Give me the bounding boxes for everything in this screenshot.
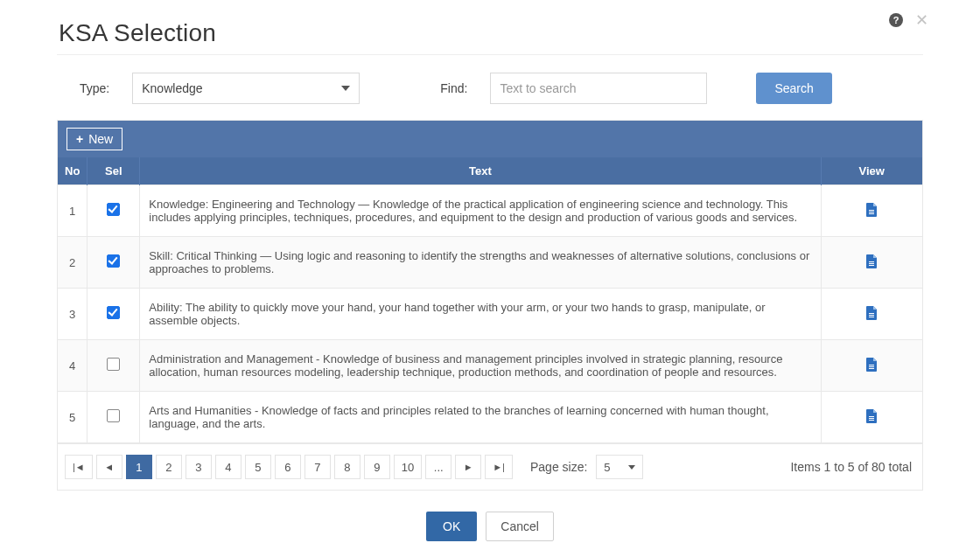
table-row: 5Arts and Humanities - Knowledge of fact… [58, 392, 922, 443]
type-select[interactable]: Knowledge [132, 73, 360, 104]
cell-text: Ability: The ability to quickly move you… [140, 289, 821, 340]
pager-page-2[interactable]: 2 [156, 455, 182, 479]
cancel-button-label: Cancel [500, 519, 539, 533]
cell-sel [88, 340, 140, 392]
pager-page-9[interactable]: 9 [364, 455, 390, 479]
cell-text: Arts and Humanities - Knowledge of facts… [140, 392, 821, 443]
page-size: Page size: 5 [530, 455, 643, 479]
pager-page-5[interactable]: 5 [245, 455, 271, 479]
cell-no: 4 [58, 340, 88, 392]
table-row: 1Knowledge: Engineering and Technology —… [58, 185, 922, 237]
cell-view [821, 237, 922, 289]
find-label: Find: [440, 81, 467, 95]
pager-page-7[interactable]: 7 [304, 455, 331, 479]
table-row: 4Administration and Management - Knowled… [58, 340, 922, 392]
chevron-down-icon [628, 465, 635, 470]
search-button-label: Search [774, 81, 813, 95]
pager-page-10[interactable]: 10 [394, 455, 422, 479]
select-checkbox[interactable] [107, 358, 120, 371]
cell-sel [88, 289, 140, 340]
grid: + New No Sel Text View 1Knowledge: Engin… [57, 120, 923, 491]
cell-text: Knowledge: Engineering and Technology — … [140, 185, 821, 237]
col-text[interactable]: Text [140, 157, 821, 185]
pager-page-8[interactable]: 8 [334, 455, 360, 479]
cell-view [821, 340, 922, 392]
pager-last[interactable]: ►| [485, 455, 513, 479]
pagination-summary: Items 1 to 5 of 80 total [790, 460, 915, 474]
page-title: KSA Selection [59, 19, 923, 47]
ksa-selection-dialog: ? ✕ KSA Selection Type: Knowledge Find: … [57, 19, 923, 541]
cell-sel [88, 185, 140, 237]
document-icon[interactable] [865, 409, 878, 423]
table-row: 2Skill: Critical Thinking — Using logic … [58, 237, 922, 289]
cell-view [821, 392, 922, 443]
paginator: |◄◄12345678910...►►| Page size: 5 Items … [58, 443, 922, 490]
cell-no: 5 [58, 392, 88, 443]
pager-buttons: |◄◄12345678910...►►| [65, 455, 513, 479]
search-input[interactable]: Text to search [490, 73, 707, 104]
ksa-table: No Sel Text View 1Knowledge: Engineering… [58, 157, 922, 443]
pager-page-4[interactable]: 4 [215, 455, 242, 479]
select-checkbox[interactable] [107, 254, 120, 268]
document-icon[interactable] [865, 306, 878, 320]
col-view[interactable]: View [821, 157, 922, 185]
page-size-select[interactable]: 5 [596, 455, 643, 479]
cell-no: 2 [58, 237, 88, 289]
search-button[interactable]: Search [756, 73, 831, 104]
cell-text: Skill: Critical Thinking — Using logic a… [140, 237, 821, 289]
page-size-label: Page size: [530, 460, 587, 474]
cell-text: Administration and Management - Knowledg… [140, 340, 821, 392]
ok-button-label: OK [443, 519, 460, 533]
new-button[interactable]: + New [66, 128, 122, 150]
divider [57, 54, 923, 55]
cell-view [821, 185, 922, 237]
cell-sel [88, 237, 140, 289]
new-button-label: New [88, 132, 113, 146]
select-checkbox[interactable] [107, 203, 120, 216]
document-icon[interactable] [865, 203, 878, 217]
col-sel[interactable]: Sel [88, 157, 140, 185]
page-size-value: 5 [604, 461, 610, 474]
pager-next[interactable]: ► [455, 455, 481, 479]
filter-bar: Type: Knowledge Find: Text to search Sea… [57, 73, 923, 104]
cell-no: 1 [58, 185, 88, 237]
pager-page-6[interactable]: 6 [275, 455, 301, 479]
pager-page-3[interactable]: 3 [186, 455, 212, 479]
pager-prev[interactable]: ◄ [96, 455, 122, 479]
grid-toolbar: + New [58, 121, 922, 157]
type-select-value: Knowledge [142, 81, 202, 95]
table-row: 3Ability: The ability to quickly move yo… [58, 289, 922, 340]
cell-sel [88, 392, 140, 443]
plus-icon: + [76, 132, 83, 146]
ok-button[interactable]: OK [426, 512, 477, 541]
col-no[interactable]: No [58, 157, 88, 185]
cell-no: 3 [58, 289, 88, 340]
table-header-row: No Sel Text View [58, 157, 922, 185]
cancel-button[interactable]: Cancel [486, 512, 554, 541]
dialog-footer: OK Cancel [57, 512, 923, 541]
pager-first[interactable]: |◄ [65, 455, 93, 479]
close-icon[interactable]: ✕ [915, 12, 928, 28]
select-checkbox[interactable] [107, 306, 120, 319]
type-label: Type: [80, 81, 109, 95]
document-icon[interactable] [865, 358, 878, 372]
cell-view [821, 289, 922, 340]
chevron-down-icon [341, 86, 350, 91]
document-icon[interactable] [865, 254, 878, 268]
dialog-chrome: ? ✕ [889, 12, 928, 28]
help-icon[interactable]: ? [889, 13, 903, 27]
pager-page-...[interactable]: ... [425, 455, 452, 479]
pager-page-1[interactable]: 1 [126, 455, 152, 479]
select-checkbox[interactable] [107, 409, 120, 422]
search-placeholder: Text to search [500, 81, 576, 95]
